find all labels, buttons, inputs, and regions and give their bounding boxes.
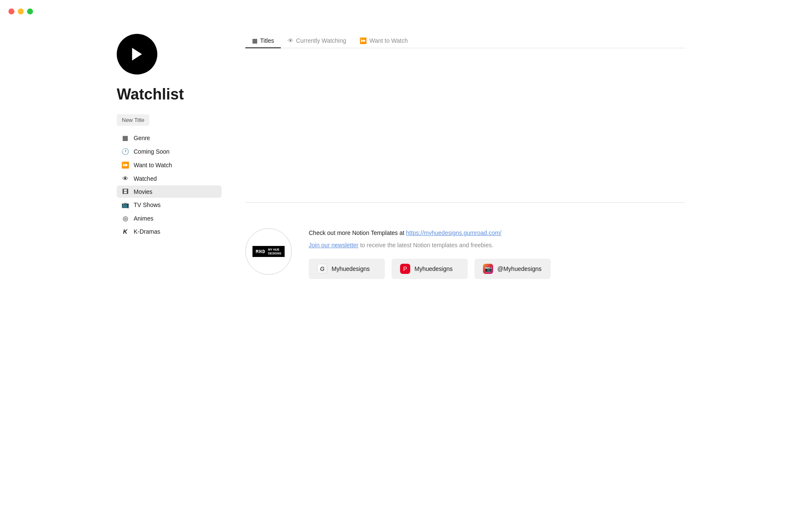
sidebar: Watchlist New Title ▦ Genre 🕐 Coming Soo… <box>110 25 228 296</box>
sidebar-item-animes[interactable]: ◎ Animes <box>117 212 222 225</box>
instagram-icon: 📷 <box>483 264 493 274</box>
fast-forward-icon: ⏩ <box>121 161 129 169</box>
circle-dot-icon: ◎ <box>121 215 129 222</box>
grid-icon: ▦ <box>121 134 129 142</box>
traffic-light-green[interactable] <box>27 8 33 14</box>
tab-bar: ▦ Titles 👁 Currently Watching ⏩ Want to … <box>245 34 685 48</box>
sidebar-item-label-genre: Genre <box>134 135 150 141</box>
social-label-instagram: @Myhuedesigns <box>497 265 542 272</box>
footer-content: Check out more Notion Templates at https… <box>309 228 685 279</box>
page-title: Watchlist <box>117 86 222 103</box>
sidebar-item-genre[interactable]: ▦ Genre <box>117 132 222 144</box>
sidebar-item-k-dramas[interactable]: K K-Dramas <box>117 226 222 237</box>
sidebar-item-watched[interactable]: 👁 Watched <box>117 172 222 185</box>
sidebar-item-label-watched: Watched <box>134 175 157 182</box>
eye-icon: 👁 <box>121 175 129 182</box>
tab-want-to-watch[interactable]: ⏩ Want to Watch <box>353 34 414 48</box>
tab-currently-watching-label: Currently Watching <box>296 37 346 44</box>
tab-want-to-watch-label: Want to Watch <box>369 37 408 44</box>
logo-mhd-text: MHD <box>256 249 266 254</box>
sidebar-item-label-coming-soon: Coming Soon <box>134 148 170 155</box>
footer-gumroad-link[interactable]: https://myhuedesigns.gumroad.com/ <box>406 229 502 236</box>
footer-checkout-prefix: Check out more Notion Templates at <box>309 229 406 236</box>
footer-newsletter-suffix: to receive the latest Notion templates a… <box>359 242 494 248</box>
new-title-button[interactable]: New Title <box>117 114 149 126</box>
social-btn-gumroad[interactable]: G Myhuedesigns <box>309 259 385 279</box>
gumroad-icon: G <box>317 264 327 274</box>
traffic-lights <box>8 8 33 14</box>
sidebar-item-label-movies: Movies <box>134 188 152 195</box>
logo-inner: MHD MY HUE DESIGNS <box>252 246 285 257</box>
app-container: Watchlist New Title ▦ Genre 🕐 Coming Soo… <box>110 0 702 296</box>
tab-titles-icon: ▦ <box>252 37 258 44</box>
footer-logo: MHD MY HUE DESIGNS <box>245 228 292 275</box>
content-main <box>245 58 685 185</box>
sidebar-item-coming-soon[interactable]: 🕐 Coming Soon <box>117 145 222 158</box>
sidebar-item-label-tv-shows: TV Shows <box>134 202 161 208</box>
footer-newsletter-text: Join our newsletter to receive the lates… <box>309 242 685 248</box>
sidebar-item-label-want-to-watch: Want to Watch <box>134 162 172 168</box>
sidebar-item-movies[interactable]: 🎞 Movies <box>117 185 222 198</box>
social-label-gumroad: Myhuedesigns <box>332 265 370 272</box>
sidebar-item-label-k-dramas: K-Dramas <box>134 228 160 235</box>
sidebar-item-want-to-watch[interactable]: ⏩ Want to Watch <box>117 159 222 171</box>
social-btn-instagram[interactable]: 📷 @Myhuedesigns <box>475 259 551 279</box>
page-icon <box>117 34 157 75</box>
tab-titles-label: Titles <box>260 37 274 44</box>
footer-section: MHD MY HUE DESIGNS Check out more Notion… <box>245 220 685 287</box>
social-buttons: G Myhuedesigns P Myhuedesigns 📷 @Myhuede… <box>309 259 685 279</box>
social-label-pinterest: Myhuedesigns <box>414 265 453 272</box>
traffic-light-red[interactable] <box>8 8 14 14</box>
logo-circle: MHD MY HUE DESIGNS <box>245 228 292 275</box>
section-divider <box>245 202 685 203</box>
footer-checkout-text: Check out more Notion Templates at https… <box>309 228 685 237</box>
tab-currently-watching-icon: 👁 <box>288 37 294 44</box>
clock-icon: 🕐 <box>121 148 129 155</box>
footer-newsletter-link[interactable]: Join our newsletter <box>309 242 359 248</box>
monitor-icon: 📺 <box>121 201 129 209</box>
svg-marker-0 <box>132 48 142 61</box>
play-icon <box>129 46 145 63</box>
k-icon: K <box>121 228 129 235</box>
main-content: ▦ Titles 👁 Currently Watching ⏩ Want to … <box>228 25 702 296</box>
tab-titles[interactable]: ▦ Titles <box>245 34 281 48</box>
tab-currently-watching[interactable]: 👁 Currently Watching <box>281 34 353 48</box>
sidebar-item-label-animes: Animes <box>134 215 154 222</box>
traffic-light-yellow[interactable] <box>18 8 24 14</box>
logo-brand-text: MY HUE DESIGNS <box>268 248 282 255</box>
pinterest-icon: P <box>400 264 410 274</box>
tab-want-to-watch-icon: ⏩ <box>359 37 367 44</box>
film-icon: 🎞 <box>121 188 129 195</box>
sidebar-item-tv-shows[interactable]: 📺 TV Shows <box>117 199 222 211</box>
social-btn-pinterest[interactable]: P Myhuedesigns <box>392 259 468 279</box>
